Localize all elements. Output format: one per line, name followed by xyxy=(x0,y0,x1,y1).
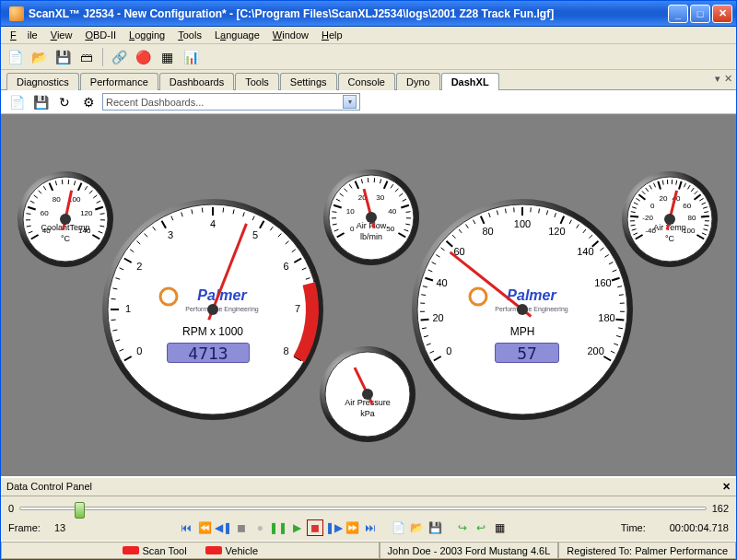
pause-icon[interactable]: ❚❚ xyxy=(270,519,287,536)
svg-text:kPa: kPa xyxy=(360,409,375,418)
dcp-close-icon[interactable]: ✕ xyxy=(722,481,731,493)
svg-point-125 xyxy=(664,214,675,225)
tab-dashxl[interactable]: DashXL xyxy=(441,73,499,90)
svg-text:7: 7 xyxy=(295,303,300,314)
menu-file[interactable]: File xyxy=(5,29,43,41)
stop-icon[interactable]: ◼ xyxy=(307,519,323,536)
svg-point-253 xyxy=(517,304,528,315)
svg-line-90 xyxy=(701,216,709,217)
menu-tools[interactable]: Tools xyxy=(172,29,207,41)
menu-language[interactable]: Language xyxy=(209,29,265,41)
svg-line-162 xyxy=(223,208,224,213)
slider-max-label: 162 xyxy=(712,503,729,514)
record-icon[interactable]: 🔴 xyxy=(133,47,153,67)
step-back-icon[interactable]: ◀❚ xyxy=(215,519,231,536)
svg-text:20: 20 xyxy=(432,312,443,323)
svg-line-150 xyxy=(111,298,116,299)
svg-text:80: 80 xyxy=(687,214,696,222)
grid-icon[interactable]: ▦ xyxy=(157,47,177,67)
log-open-icon[interactable]: 📂 xyxy=(408,519,425,536)
svg-text:0: 0 xyxy=(350,225,355,233)
ffwd-icon[interactable]: ⏩ xyxy=(344,519,360,536)
svg-text:50: 50 xyxy=(386,225,394,233)
svg-text:20: 20 xyxy=(659,194,667,203)
svg-text:80: 80 xyxy=(482,226,493,237)
saveall-icon[interactable]: 🗃 xyxy=(76,47,97,67)
skip-end-icon[interactable]: ⏭ xyxy=(362,519,379,536)
menubar: File View OBD-II Logging Tools Language … xyxy=(1,27,736,44)
svg-text:120: 120 xyxy=(548,226,565,237)
dash-refresh-icon[interactable]: ↻ xyxy=(54,92,75,112)
tab-dyno[interactable]: Dyno xyxy=(396,73,440,90)
close-button[interactable]: ✕ xyxy=(712,5,732,23)
status-registered: Registered To: Palmer Performance xyxy=(558,542,736,559)
playback-slider[interactable] xyxy=(19,500,707,517)
svg-text:4: 4 xyxy=(210,218,216,229)
open-icon[interactable]: 📂 xyxy=(29,47,49,67)
stop-playback-icon[interactable]: ◼ xyxy=(233,519,250,536)
svg-text:5: 5 xyxy=(252,229,258,240)
menu-help[interactable]: Help xyxy=(316,29,348,41)
menu-logging[interactable]: Logging xyxy=(123,29,170,41)
svg-text:10: 10 xyxy=(346,207,355,216)
connect-icon[interactable]: 🔗 xyxy=(109,47,129,67)
svg-text:2: 2 xyxy=(136,261,142,272)
data-control-panel-header: Data Control Panel ✕ xyxy=(1,476,736,496)
slider-thumb[interactable] xyxy=(75,502,85,519)
app-icon xyxy=(9,6,24,21)
dashxl-toolbar: 📄 💾 ↻ ⚙ Recent Dashboards...▾ xyxy=(1,90,736,114)
main-toolbar: 📄 📂 💾 🗃 🔗 🔴 ▦ 📊 xyxy=(1,44,736,70)
svg-text:200: 200 xyxy=(587,345,603,356)
play-icon[interactable]: ▶ xyxy=(288,519,305,536)
minimize-button[interactable]: _ xyxy=(668,5,688,23)
dash-new-icon[interactable]: 📄 xyxy=(6,92,27,112)
tab-close-icon[interactable]: ✕ xyxy=(724,73,732,85)
tab-settings[interactable]: Settings xyxy=(280,73,337,90)
svg-text:160: 160 xyxy=(594,277,611,288)
svg-text:40: 40 xyxy=(388,207,396,216)
vehicle-led xyxy=(205,546,222,554)
dash-save-icon[interactable]: 💾 xyxy=(30,92,51,112)
menu-obdii[interactable]: OBD-II xyxy=(79,29,122,41)
maximize-button[interactable]: □ xyxy=(690,5,710,23)
gauge-airflow: 01020304050Air Flowlb/min xyxy=(322,168,421,267)
log-new-icon[interactable]: 📄 xyxy=(390,519,406,536)
svg-text:-20: -20 xyxy=(642,214,653,222)
svg-line-188 xyxy=(421,320,429,321)
menu-window[interactable]: Window xyxy=(267,29,314,41)
rewind-icon[interactable]: ⏪ xyxy=(196,519,213,536)
export-icon[interactable]: ↪ xyxy=(454,519,471,536)
data-control-panel: 0 162 Frame: 13 ⏮ ⏪ ◀❚ ◼ ● ❚❚ ▶ ◼ ❚▶ ⏩ ⏭ xyxy=(1,496,736,541)
svg-text:Palmer: Palmer xyxy=(507,287,556,303)
log-save-icon[interactable]: 💾 xyxy=(427,519,443,536)
svg-text:40: 40 xyxy=(436,277,447,288)
svg-text:120: 120 xyxy=(80,209,93,217)
svg-text:Performance Engineering: Performance Engineering xyxy=(495,306,567,313)
tab-performance[interactable]: Performance xyxy=(80,73,158,90)
import-icon[interactable]: ↩ xyxy=(473,519,489,536)
grid-export-icon[interactable]: ▦ xyxy=(491,519,508,536)
dash-settings-icon[interactable]: ⚙ xyxy=(78,92,99,112)
save-icon[interactable]: 💾 xyxy=(53,47,73,67)
menu-view[interactable]: View xyxy=(45,29,78,41)
tab-diagnostics[interactable]: Diagnostics xyxy=(6,73,79,90)
svg-text:0: 0 xyxy=(650,202,655,210)
tab-dashboards[interactable]: Dashboards xyxy=(159,73,234,90)
svg-text:80: 80 xyxy=(53,195,61,204)
svg-text:60: 60 xyxy=(41,209,49,217)
svg-text:3: 3 xyxy=(168,229,173,240)
svg-text:MPH: MPH xyxy=(510,325,535,338)
tab-tools[interactable]: Tools xyxy=(235,73,279,90)
record-playback-icon[interactable]: ● xyxy=(252,519,268,536)
gauge-mph: 020406080100120140160180200PalmerPerform… xyxy=(410,197,635,422)
svg-text:Palmer: Palmer xyxy=(197,287,247,303)
tab-dropdown-icon[interactable]: ▾ xyxy=(715,73,720,85)
tab-console[interactable]: Console xyxy=(338,73,395,90)
new-icon[interactable]: 📄 xyxy=(5,47,25,67)
recent-dashboards-combo[interactable]: Recent Dashboards...▾ xyxy=(102,93,360,111)
svg-text:°C: °C xyxy=(61,234,71,243)
skip-start-icon[interactable]: ⏮ xyxy=(178,519,194,536)
gauge-kpa: Air PressurekPa xyxy=(318,344,417,444)
chart-icon[interactable]: 📊 xyxy=(181,47,201,67)
step-fwd-icon[interactable]: ❚▶ xyxy=(325,519,342,536)
